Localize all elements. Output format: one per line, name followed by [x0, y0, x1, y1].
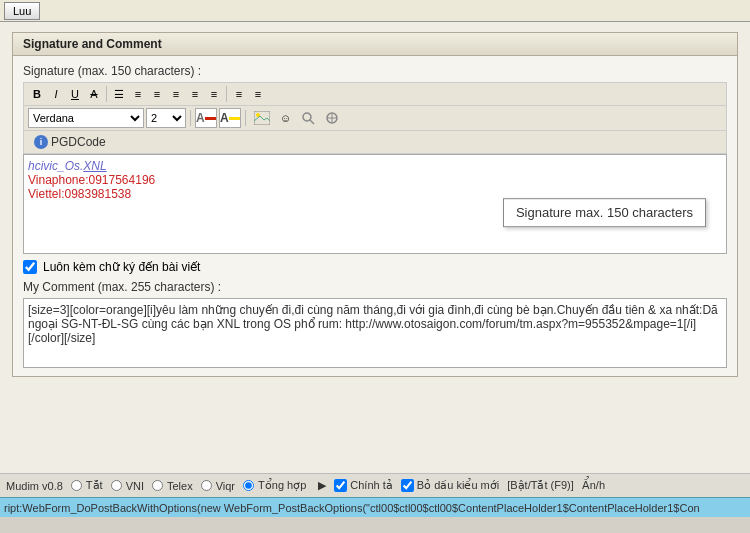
bo-dau-label: Bỏ dấu kiểu mới — [417, 479, 499, 492]
bold-button[interactable]: B — [28, 85, 46, 103]
input-method-bar: Mudim v0.8 Tắt VNI Telex Viqr Tổng hợp ▶… — [0, 473, 750, 497]
tat-radio-group: Tắt — [71, 479, 103, 492]
chinh-ta-label: Chính tả — [350, 479, 392, 492]
chinh-ta-group: Chính tả — [334, 479, 392, 492]
vni-radio-group: VNI — [111, 480, 144, 492]
telex-radio[interactable] — [152, 480, 163, 491]
telex-radio-group: Telex — [152, 480, 193, 492]
sig-line-2: Vinaphone:0917564196 — [28, 173, 722, 187]
strikethrough-button[interactable]: A — [85, 85, 103, 103]
status-text: ript:WebForm_DoPostBackWithOptions(new W… — [4, 502, 700, 514]
tat-label: Tắt — [86, 479, 103, 492]
chinh-ta-checkbox[interactable] — [334, 479, 347, 492]
include-signature-label: Luôn kèm chữ ký đến bài viết — [43, 260, 200, 274]
pgdcode-button[interactable]: i PGDCode — [28, 133, 112, 151]
telex-label: Telex — [167, 480, 193, 492]
signature-label: Signature (max. 150 characters) : — [23, 64, 727, 78]
svg-line-3 — [310, 120, 314, 124]
signature-panel: Signature and Comment Signature (max. 15… — [12, 32, 738, 377]
tat-radio[interactable] — [71, 480, 82, 491]
tonghop-label: Tổng hợp — [258, 479, 306, 492]
mudim-label: Mudim v0.8 — [6, 480, 63, 492]
separator-1 — [106, 86, 107, 102]
link-button[interactable] — [321, 109, 343, 127]
separator-2 — [226, 86, 227, 102]
list-ordered-button[interactable]: ≡ — [230, 85, 248, 103]
comment-editor[interactable]: [size=3][color=orange][i]yêu làm những c… — [23, 298, 727, 368]
an-label: Ẩn/h — [582, 479, 605, 492]
search-button[interactable] — [297, 109, 319, 127]
align-left-button[interactable]: ☰ — [110, 85, 128, 103]
bg-color-button[interactable]: A — [219, 108, 241, 128]
bo-dau-checkbox[interactable] — [401, 479, 414, 492]
comment-label: My Comment (max. 255 characters) : — [23, 280, 727, 294]
insert-image-button[interactable] — [250, 109, 274, 127]
outdent-button[interactable]: ≡ — [205, 85, 223, 103]
signature-editor[interactable]: hcivic_Os.XNL Vinaphone:0917564196 Viett… — [23, 154, 727, 254]
pgdcode-row: i PGDCode — [23, 131, 727, 154]
separator-3 — [190, 110, 191, 126]
sig-line-1: hcivic_Os.XNL — [28, 159, 722, 173]
panel-body: Signature (max. 150 characters) : B I U … — [13, 56, 737, 376]
smiley-button[interactable]: ☺ — [276, 109, 295, 127]
signature-tooltip: Signature max. 150 characters — [503, 198, 706, 227]
underline-button[interactable]: U — [66, 85, 84, 103]
top-bar: Luu — [0, 0, 750, 22]
list-unordered-button[interactable]: ≡ — [249, 85, 267, 103]
include-signature-checkbox[interactable] — [23, 260, 37, 274]
main-area: Signature and Comment Signature (max. 15… — [0, 22, 750, 473]
align-justify-button[interactable]: ≡ — [167, 85, 185, 103]
bodau-group: Bỏ dấu kiểu mới — [401, 479, 499, 492]
separator-ime: ▶ — [318, 479, 326, 492]
size-select[interactable]: 1 2 3 4 — [146, 108, 186, 128]
tonghop-radio-group: Tổng hợp — [243, 479, 306, 492]
viqr-label: Viqr — [216, 480, 235, 492]
pgdcode-icon: i — [34, 135, 48, 149]
vni-radio[interactable] — [111, 480, 122, 491]
status-bar: ript:WebForm_DoPostBackWithOptions(new W… — [0, 497, 750, 517]
indent-button[interactable]: ≡ — [186, 85, 204, 103]
align-center-button[interactable]: ≡ — [129, 85, 147, 103]
font-toolbar: Verdana Arial Times New Roman 1 2 3 4 A … — [23, 106, 727, 131]
italic-button[interactable]: I — [47, 85, 65, 103]
viqr-radio[interactable] — [201, 480, 212, 491]
bat-tat-label: [Bật/Tắt (F9)] — [507, 479, 574, 492]
viqr-radio-group: Viqr — [201, 480, 235, 492]
font-select[interactable]: Verdana Arial Times New Roman — [28, 108, 144, 128]
align-right-button[interactable]: ≡ — [148, 85, 166, 103]
panel-title: Signature and Comment — [13, 33, 737, 56]
formatting-toolbar: B I U A ☰ ≡ ≡ ≡ ≡ ≡ ≡ ≡ — [23, 82, 727, 106]
pgdcode-label: PGDCode — [51, 135, 106, 149]
save-button[interactable]: Luu — [4, 2, 40, 20]
comment-text: [size=3][color=orange][i]yêu làm những c… — [28, 303, 718, 345]
tonghop-radio[interactable] — [243, 480, 254, 491]
font-color-button[interactable]: A — [195, 108, 217, 128]
separator-4 — [245, 110, 246, 126]
include-signature-row: Luôn kèm chữ ký đến bài viết — [23, 260, 727, 274]
vni-label: VNI — [126, 480, 144, 492]
svg-point-2 — [303, 113, 311, 121]
